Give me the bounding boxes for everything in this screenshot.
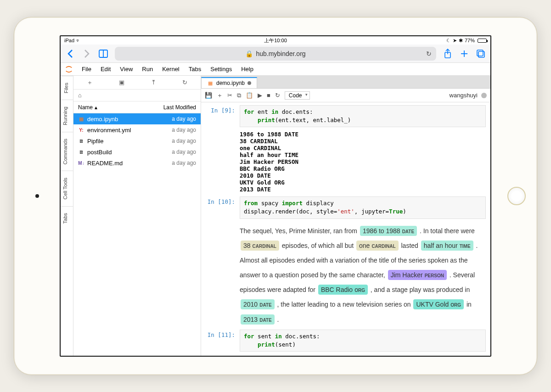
code-input[interactable]: for ent in doc.ents: print(ent.text, ent… [240, 105, 486, 127]
menu-settings[interactable]: Settings [206, 66, 236, 73]
cut-button[interactable]: ✂ [227, 92, 232, 99]
home-button[interactable] [507, 187, 526, 205]
file-row[interactable]: M↓README.mda day ago [73, 157, 201, 168]
col-modified[interactable]: Last Modified [163, 104, 196, 111]
ent-cardinal: 38CARDINAL [241, 241, 279, 251]
code-cell-9[interactable]: In [9]: for ent in doc.ents: print(ent.t… [206, 105, 486, 127]
rail-tab-tabs[interactable]: Tabs [61, 206, 73, 230]
ent-time: half an hourTIME [421, 241, 473, 251]
prompt: In [11]: [206, 330, 240, 352]
paste-button[interactable]: 📋 [246, 92, 253, 99]
menu-view[interactable]: View [115, 66, 137, 73]
file-name: demo.ipynb [87, 116, 118, 123]
screen: iPad ᯤ 上午10:00 ☾ ➤ ✱ 77% 🔒 hub.mybinder.… [60, 35, 491, 357]
back-button[interactable] [65, 49, 75, 59]
menu-help[interactable]: Help [236, 66, 258, 73]
rail-tab-running[interactable]: Running [61, 100, 73, 132]
file-modified: a day ago [172, 116, 196, 122]
location-icon: ➤ [453, 38, 457, 44]
file-row[interactable]: 🗎Pipfilea day ago [73, 135, 201, 146]
copy-button[interactable]: ⧉ [237, 92, 241, 99]
ios-statusbar: iPad ᯤ 上午10:00 ☾ ➤ ✱ 77% [61, 36, 490, 45]
file-name: README.md [87, 160, 123, 167]
tabs-button[interactable] [476, 49, 486, 59]
file-browser: ＋ ▣ ⤒ ↻ ⌂ Name ▴ Last Modified ▦demo.ipy… [73, 76, 201, 356]
notebook-toolbar: 💾 ＋ ✂ ⧉ 📋 ▶ ■ ↻ Code wangshuyi [201, 89, 490, 102]
lock-icon: 🔒 [245, 50, 253, 57]
file-row[interactable]: ▦demo.ipynba day ago [73, 113, 201, 124]
file-row[interactable]: 🗎postBuilda day ago [73, 146, 201, 157]
notebook-tabbar: ▦ demo.ipynb [201, 76, 490, 89]
ent-org: UKTV GoldORG [413, 299, 464, 309]
output-cell-10: The sequel, Yes, Prime Minister, ran fro… [206, 221, 486, 328]
device-label: iPad ᯤ [64, 38, 81, 43]
refresh-button[interactable]: ↻ [182, 79, 187, 86]
code-input[interactable]: from spacy import displacy displacy.rend… [240, 196, 486, 218]
displacy-output: The sequel, Yes, Prime Minister, ran fro… [240, 221, 486, 328]
cell-type-select[interactable]: Code [285, 91, 310, 100]
reload-button[interactable]: ↻ [426, 50, 432, 57]
file-modified: a day ago [172, 149, 196, 155]
file-icon: 🗎 [78, 149, 84, 155]
notebook-tab[interactable]: ▦ demo.ipynb [201, 77, 257, 88]
file-icon: M↓ [78, 161, 84, 166]
code-input[interactable]: for sent in doc.sents: print(sent) [240, 330, 486, 352]
new-folder-button[interactable]: ▣ [119, 79, 124, 86]
save-button[interactable]: 💾 [205, 92, 212, 99]
menu-kernel[interactable]: Kernel [157, 66, 184, 73]
menu-run[interactable]: Run [137, 66, 157, 73]
tab-title: demo.ipynb [216, 80, 245, 86]
col-name[interactable]: Name [78, 104, 93, 111]
breadcrumb[interactable]: ⌂ [73, 90, 201, 101]
new-launcher-button[interactable]: ＋ [87, 78, 93, 87]
menu-tabs[interactable]: Tabs [184, 66, 206, 73]
stop-button[interactable]: ■ [267, 92, 270, 99]
kernel-user[interactable]: wangshuyi [450, 92, 478, 99]
upload-button[interactable]: ⤒ [151, 79, 156, 86]
ent-cardinal: oneCARDINAL [356, 241, 399, 251]
notebook-area: ▦ demo.ipynb 💾 ＋ ✂ ⧉ 📋 ▶ ■ ↻ [201, 76, 490, 356]
safari-toolbar: 🔒 hub.mybinder.org ↻ [61, 45, 490, 63]
battery-icon [478, 39, 487, 43]
url-field[interactable]: 🔒 hub.mybinder.org ↻ [115, 47, 436, 61]
code-cell-10[interactable]: In [10]: from spacy import displacy disp… [206, 196, 486, 218]
file-toolbar: ＋ ▣ ⤒ ↻ [73, 76, 201, 90]
share-button[interactable] [443, 49, 453, 59]
file-icon: 🗎 [78, 138, 84, 144]
menu-file[interactable]: File [77, 66, 96, 73]
jupyter-menubar: File Edit View Run Kernel Tabs Settings … [61, 63, 490, 76]
left-rail: Files Running Commands Cell Tools Tabs [61, 76, 73, 356]
forward-button[interactable] [82, 49, 92, 59]
jupyter-logo-icon [63, 64, 74, 75]
run-button[interactable]: ▶ [258, 92, 262, 99]
moon-icon: ☾ [446, 38, 451, 44]
file-icon: ▦ [78, 116, 84, 122]
notebook-content[interactable]: In [9]: for ent in doc.ents: print(ent.t… [201, 102, 490, 356]
bookmarks-button[interactable] [98, 49, 108, 59]
rail-tab-files[interactable]: Files [61, 76, 73, 100]
code-cell-11[interactable]: In [11]: for sent in doc.sents: print(se… [206, 330, 486, 352]
new-tab-button[interactable] [459, 49, 469, 59]
rail-tab-celltools[interactable]: Cell Tools [61, 171, 73, 206]
file-modified: a day ago [172, 127, 196, 133]
add-cell-button[interactable]: ＋ [217, 91, 223, 100]
wifi-icon: ᯤ [76, 38, 81, 43]
restart-button[interactable]: ↻ [275, 92, 280, 99]
camera-dot [35, 194, 39, 198]
ent-date: 2010DATE [241, 299, 275, 309]
file-row[interactable]: Y:environment.ymla day ago [73, 124, 201, 135]
svg-rect-7 [477, 50, 483, 56]
jupyter-main: Files Running Commands Cell Tools Tabs ＋… [61, 76, 490, 356]
ipad-frame: iPad ᯤ 上午10:00 ☾ ➤ ✱ 77% 🔒 hub.mybinder.… [14, 17, 537, 375]
file-header: Name ▴ Last Modified [73, 101, 201, 113]
ent-org: BBC RadioORG [318, 285, 368, 295]
menu-edit[interactable]: Edit [96, 66, 115, 73]
output-text: 1986 to 1988 DATE 38 CARDINAL one CARDIN… [240, 129, 486, 195]
ent-date: 1986 to 1988DATE [360, 226, 417, 236]
rail-tab-commands[interactable]: Commands [61, 132, 73, 171]
file-name: environment.yml [87, 127, 131, 134]
file-name: postBuild [87, 149, 112, 156]
output-text: The sequel, Yes, Prime Minister, ran fro… [240, 353, 486, 356]
file-list: ▦demo.ipynba day agoY:environment.ymla d… [73, 113, 201, 168]
prompt: In [9]: [206, 105, 240, 127]
